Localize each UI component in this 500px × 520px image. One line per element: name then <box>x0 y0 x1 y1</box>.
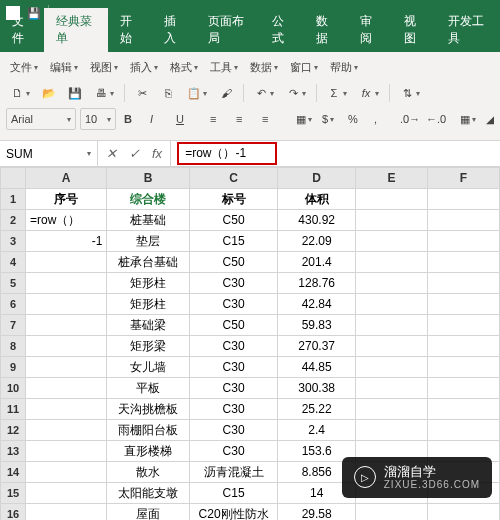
row-header[interactable]: 10 <box>1 378 26 399</box>
cell[interactable] <box>26 504 107 521</box>
cell[interactable]: C20刚性防水 <box>189 504 277 521</box>
cell[interactable] <box>26 273 107 294</box>
cell[interactable]: 矩形柱 <box>107 273 190 294</box>
cell[interactable]: 女儿墙 <box>107 357 190 378</box>
cell[interactable] <box>428 294 500 315</box>
cell[interactable]: 天沟挑檐板 <box>107 399 190 420</box>
tab-文件[interactable]: 文件 <box>0 8 44 52</box>
row-header[interactable]: 15 <box>1 483 26 504</box>
cell[interactable] <box>428 315 500 336</box>
row-header[interactable]: 2 <box>1 210 26 231</box>
column-header-C[interactable]: C <box>189 168 277 189</box>
cell[interactable]: C30 <box>189 294 277 315</box>
cell[interactable]: 128.76 <box>278 273 356 294</box>
menu-视图[interactable]: 视图▾ <box>86 56 122 78</box>
cell[interactable]: 矩形柱 <box>107 294 190 315</box>
italic-icon[interactable]: I <box>146 108 168 130</box>
column-header-A[interactable]: A <box>26 168 107 189</box>
row-header[interactable]: 6 <box>1 294 26 315</box>
cell[interactable] <box>428 504 500 521</box>
cell[interactable] <box>356 210 428 231</box>
currency-icon[interactable]: $▾ <box>318 108 340 130</box>
menu-窗口[interactable]: 窗口▾ <box>286 56 322 78</box>
cell[interactable] <box>26 315 107 336</box>
print-icon[interactable]: 🖶▾ <box>90 82 118 104</box>
row-header[interactable]: 7 <box>1 315 26 336</box>
cell[interactable]: -1 <box>26 231 107 252</box>
cell[interactable]: 沥青混凝土 <box>189 462 277 483</box>
cell[interactable]: 29.58 <box>278 504 356 521</box>
cell[interactable]: 201.4 <box>278 252 356 273</box>
row-header[interactable]: 12 <box>1 420 26 441</box>
align-left-icon[interactable]: ≡ <box>206 108 228 130</box>
cell[interactable] <box>356 420 428 441</box>
cell[interactable]: 标号 <box>189 189 277 210</box>
cell[interactable] <box>356 504 428 521</box>
tab-经典菜单[interactable]: 经典菜单 <box>44 8 108 52</box>
row-header[interactable]: 11 <box>1 399 26 420</box>
select-all-corner[interactable] <box>1 168 26 189</box>
menu-数据[interactable]: 数据▾ <box>246 56 282 78</box>
cell[interactable]: C15 <box>189 483 277 504</box>
cell[interactable]: C30 <box>189 336 277 357</box>
save-file-icon[interactable]: 💾 <box>64 82 86 104</box>
tab-插入[interactable]: 插入 <box>152 8 196 52</box>
increase-decimal-icon[interactable]: .0→ <box>396 108 418 130</box>
tab-审阅[interactable]: 审阅 <box>348 8 392 52</box>
cell[interactable]: 桩基础 <box>107 210 190 231</box>
cell[interactable]: 桩承台基础 <box>107 252 190 273</box>
menu-工具[interactable]: 工具▾ <box>206 56 242 78</box>
cell[interactable] <box>428 336 500 357</box>
cell[interactable]: 直形楼梯 <box>107 441 190 462</box>
cell[interactable]: 25.22 <box>278 399 356 420</box>
cell[interactable] <box>428 273 500 294</box>
cell[interactable]: =row（） <box>26 210 107 231</box>
column-header-B[interactable]: B <box>107 168 190 189</box>
cell[interactable]: 太阳能支墩 <box>107 483 190 504</box>
cell[interactable] <box>428 252 500 273</box>
column-header-E[interactable]: E <box>356 168 428 189</box>
autosum-icon[interactable]: Σ▾ <box>323 82 351 104</box>
sort-icon[interactable]: ⇅▾ <box>396 82 424 104</box>
cell[interactable]: 综合楼 <box>107 189 190 210</box>
cell[interactable] <box>356 399 428 420</box>
align-center-icon[interactable]: ≡ <box>232 108 254 130</box>
cell[interactable]: 垫层 <box>107 231 190 252</box>
cell[interactable] <box>26 378 107 399</box>
cell[interactable] <box>356 252 428 273</box>
cell[interactable]: C50 <box>189 210 277 231</box>
comma-icon[interactable]: , <box>370 108 392 130</box>
function-icon[interactable]: fx▾ <box>355 82 383 104</box>
cell[interactable] <box>356 315 428 336</box>
cell[interactable]: 雨棚阳台板 <box>107 420 190 441</box>
cell[interactable] <box>356 189 428 210</box>
fill-color-icon[interactable]: ◢▾ <box>482 108 494 130</box>
cell[interactable] <box>428 399 500 420</box>
formula-input-wrap[interactable]: =row（）-1 <box>171 140 500 167</box>
cell[interactable]: 430.92 <box>278 210 356 231</box>
cell[interactable]: 屋面 <box>107 504 190 521</box>
bold-icon[interactable]: B <box>120 108 142 130</box>
menu-编辑[interactable]: 编辑▾ <box>46 56 82 78</box>
menu-格式[interactable]: 格式▾ <box>166 56 202 78</box>
cell[interactable]: C30 <box>189 399 277 420</box>
name-box[interactable]: SUM ▾ <box>0 141 98 166</box>
menu-帮助[interactable]: 帮助▾ <box>326 56 362 78</box>
cell[interactable] <box>428 210 500 231</box>
menu-文件[interactable]: 文件▾ <box>6 56 42 78</box>
row-header[interactable]: 9 <box>1 357 26 378</box>
cell[interactable]: C30 <box>189 420 277 441</box>
row-header[interactable]: 3 <box>1 231 26 252</box>
cell[interactable]: C30 <box>189 378 277 399</box>
merge-cells-icon[interactable]: ▦▾ <box>292 108 314 130</box>
borders-icon[interactable]: ▦▾ <box>456 108 478 130</box>
name-box-dropdown-icon[interactable]: ▾ <box>87 149 91 158</box>
tab-数据[interactable]: 数据 <box>304 8 348 52</box>
cell[interactable]: 序号 <box>26 189 107 210</box>
cell[interactable]: 矩形梁 <box>107 336 190 357</box>
tab-开发工具[interactable]: 开发工具 <box>436 8 500 52</box>
tab-公式[interactable]: 公式 <box>260 8 304 52</box>
paste-icon[interactable]: 📋▾ <box>183 82 211 104</box>
cell[interactable]: 42.84 <box>278 294 356 315</box>
cell[interactable] <box>356 231 428 252</box>
